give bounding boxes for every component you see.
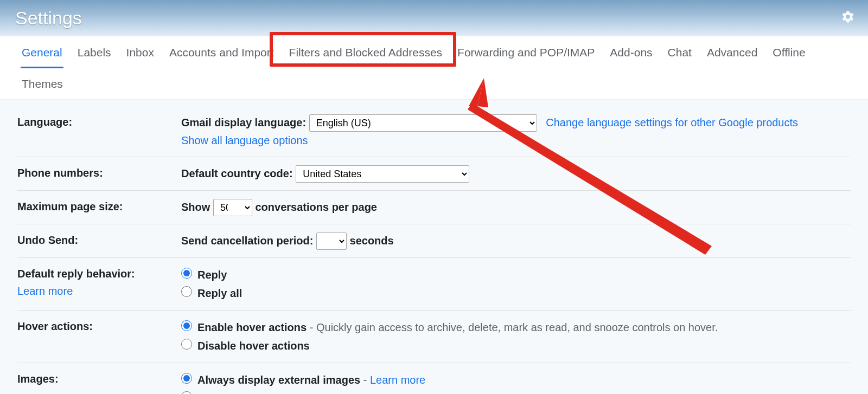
- tab-general[interactable]: General: [14, 36, 70, 68]
- section-hover: Hover actions: Enable hover actions - Qu…: [17, 311, 851, 363]
- tab-offline[interactable]: Offline: [765, 36, 813, 68]
- images-learn-more-link[interactable]: Learn more: [370, 374, 425, 386]
- tab-filters-and-blocked-addresses[interactable]: Filters and Blocked Addresses: [282, 36, 450, 68]
- page-size-after: conversations per page: [255, 201, 377, 213]
- section-reply: Default reply behavior: Learn more Reply…: [17, 258, 851, 311]
- tab-inbox[interactable]: Inbox: [119, 36, 162, 68]
- images-radio-ask[interactable]: [181, 391, 192, 394]
- tab-forwarding-and-pop-imap[interactable]: Forwarding and POP/IMAP: [450, 36, 602, 68]
- page-size-show: Show: [181, 201, 210, 213]
- reply-radio-reply-all[interactable]: [181, 286, 192, 297]
- hover-opt1: Enable hover actions: [197, 321, 307, 333]
- page-title: Settings: [15, 8, 82, 29]
- undo-period-label: Send cancellation period:: [181, 235, 313, 247]
- display-language-label: Gmail display language:: [181, 117, 306, 128]
- settings-header: Settings: [0, 0, 868, 36]
- reply-radio-reply[interactable]: [181, 268, 192, 279]
- page-size-select[interactable]: 50: [213, 199, 252, 216]
- settings-tabs: GeneralLabelsInboxAccounts and ImportFil…: [0, 36, 868, 100]
- tab-chat[interactable]: Chat: [660, 36, 699, 68]
- reply-opt2: Reply all: [197, 284, 242, 302]
- display-language-select[interactable]: English (US): [309, 114, 537, 132]
- section-images: Images: Always display external images -…: [17, 363, 851, 394]
- section-label-hover: Hover actions:: [17, 318, 181, 334]
- images-radio-always[interactable]: [181, 373, 192, 384]
- country-code-label: Default country code:: [181, 167, 293, 179]
- section-undo: Undo Send: Send cancellation period: 5 s…: [17, 224, 851, 258]
- section-label-phone: Phone numbers:: [17, 165, 181, 181]
- change-language-link[interactable]: Change language settings for other Googl…: [546, 117, 798, 128]
- undo-after: seconds: [350, 235, 394, 247]
- tab-labels[interactable]: Labels: [70, 36, 119, 68]
- hover-opt2: Disable hover actions: [197, 337, 310, 355]
- section-language: Language: Gmail display language: Englis…: [17, 106, 851, 157]
- section-phone: Phone numbers: Default country code: Uni…: [17, 157, 851, 191]
- section-page-size: Maximum page size: Show 50 conversations…: [17, 191, 851, 224]
- hover-radio-disable[interactable]: [181, 339, 192, 350]
- section-label-undo: Undo Send:: [17, 232, 181, 248]
- images-opt1: Always display external images: [197, 374, 360, 386]
- section-label-language: Language:: [17, 114, 181, 130]
- tab-advanced[interactable]: Advanced: [699, 36, 765, 68]
- undo-period-select[interactable]: 5: [316, 232, 347, 250]
- reply-learn-more-link[interactable]: Learn more: [17, 283, 181, 299]
- section-label-images: Images:: [17, 371, 181, 387]
- settings-content: Language: Gmail display language: Englis…: [0, 100, 868, 394]
- country-code-select[interactable]: United States: [296, 165, 469, 183]
- gear-icon-svg: [841, 10, 855, 24]
- section-label-reply: Default reply behavior:: [17, 268, 135, 280]
- hover-opt1-help: - Quickly gain access to archive, delete…: [307, 321, 718, 333]
- tab-accounts-and-import[interactable]: Accounts and Import: [162, 36, 282, 68]
- hover-radio-enable[interactable]: [181, 320, 192, 331]
- gear-icon[interactable]: [840, 9, 856, 25]
- tab-themes[interactable]: Themes: [14, 68, 71, 99]
- reply-opt1: Reply: [197, 266, 227, 284]
- tab-add-ons[interactable]: Add-ons: [602, 36, 660, 68]
- show-all-languages-link[interactable]: Show all language options: [181, 134, 308, 146]
- section-label-page-size: Maximum page size:: [17, 198, 181, 215]
